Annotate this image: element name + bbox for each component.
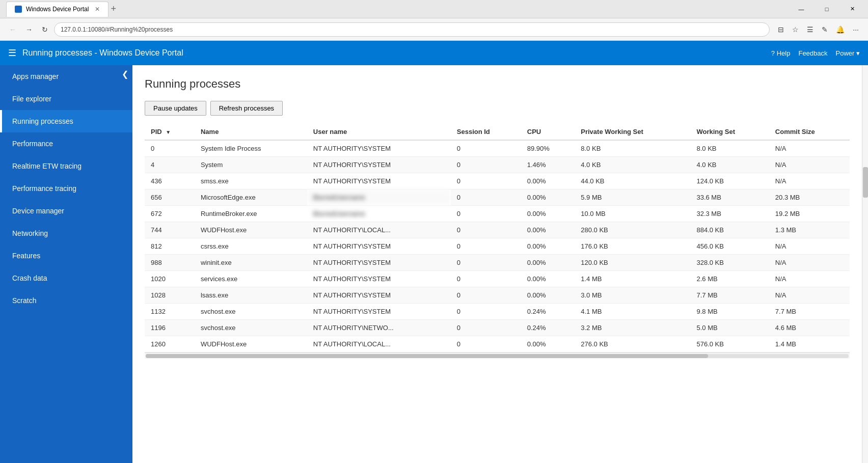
sidebar-item-crash-data[interactable]: Crash data — [0, 267, 132, 289]
sidebar-item-scratch[interactable]: Scratch — [0, 289, 132, 312]
cell-0: 1028 — [145, 287, 195, 304]
sidebar-item-device-manager[interactable]: Device manager — [0, 200, 132, 222]
table-row[interactable]: 1028lsass.exeNT AUTHORITY\SYSTEM00.00%3.… — [145, 287, 850, 304]
notes-button[interactable]: ✎ — [819, 23, 831, 36]
cell-3: 0 — [451, 222, 521, 238]
address-bar[interactable] — [54, 22, 770, 37]
cell-4: 0.24% — [521, 304, 575, 320]
col-header-pid[interactable]: PID ▼ — [145, 124, 195, 140]
cell-0: 744 — [145, 222, 195, 238]
cell-2: NT AUTHORITY\SYSTEM — [307, 173, 451, 189]
col-header-private-working-set: Private Working Set — [575, 124, 690, 140]
table-row[interactable]: 1132svchost.exeNT AUTHORITY\SYSTEM00.24%… — [145, 304, 850, 320]
sort-arrow: ▼ — [166, 129, 171, 135]
cell-4: 0.00% — [521, 222, 575, 238]
tab-title: Windows Device Portal — [26, 6, 89, 13]
browser-titlebar: Windows Device Portal ✕ + — □ ✕ — [0, 0, 868, 18]
cell-0: 988 — [145, 255, 195, 271]
cell-4: 89.90% — [521, 140, 575, 157]
table-container: PID ▼NameUser nameSession IdCPUPrivate W… — [145, 124, 850, 359]
back-button[interactable]: ← — [6, 23, 19, 36]
cell-5: 3.2 MB — [575, 320, 690, 336]
reader-view-button[interactable]: ⊟ — [775, 23, 787, 36]
sidebar-collapse-button[interactable]: ❮ — [122, 69, 128, 79]
cell-1: services.exe — [195, 271, 307, 287]
cell-0: 1260 — [145, 336, 195, 352]
cell-0: 4 — [145, 157, 195, 173]
sidebar-item-apps-manager[interactable]: Apps manager — [0, 65, 132, 88]
table-row[interactable]: 744WUDFHost.exeNT AUTHORITY\LOCAL...00.0… — [145, 222, 850, 238]
refresh-button[interactable]: ↻ — [39, 23, 51, 36]
cell-5: 8.0 KB — [575, 140, 690, 157]
table-row[interactable]: 672RuntimeBroker.exeBlurredUsername00.00… — [145, 206, 850, 222]
sidebar-item-running-processes[interactable]: Running processes — [0, 110, 132, 132]
more-button[interactable]: ··· — [850, 23, 862, 36]
cell-7: 19.2 MB — [769, 206, 850, 222]
cell-2: BlurredUsername — [307, 206, 451, 222]
cell-6: 8.0 KB — [690, 140, 769, 157]
cell-1: System Idle Process — [195, 140, 307, 157]
cell-2: NT AUTHORITY\NETWO... — [307, 320, 451, 336]
toolbar: Pause updates Refresh processes — [145, 101, 850, 116]
cell-6: 124.0 KB — [690, 173, 769, 189]
window-controls: — □ ✕ — [790, 2, 864, 17]
cell-4: 0.00% — [521, 173, 575, 189]
tab-close-button[interactable]: ✕ — [95, 6, 100, 13]
cell-6: 33.6 MB — [690, 189, 769, 206]
sidebar-item-realtime-etw[interactable]: Realtime ETW tracing — [0, 155, 132, 177]
sidebar-item-file-explorer[interactable]: File explorer — [0, 88, 132, 110]
cell-1: System — [195, 157, 307, 173]
cell-5: 4.0 KB — [575, 157, 690, 173]
browser-tab[interactable]: Windows Device Portal ✕ — [6, 2, 108, 17]
cell-3: 0 — [451, 206, 521, 222]
table-row[interactable]: 1020services.exeNT AUTHORITY\SYSTEM00.00… — [145, 271, 850, 287]
cell-1: svchost.exe — [195, 304, 307, 320]
scrollbar-thumb[interactable] — [146, 354, 708, 358]
refresh-processes-button[interactable]: Refresh processes — [210, 101, 283, 116]
cell-4: 0.00% — [521, 287, 575, 304]
notifications-button[interactable]: 🔔 — [833, 23, 848, 36]
cell-5: 280.0 KB — [575, 222, 690, 238]
horizontal-scrollbar[interactable] — [145, 352, 850, 359]
sidebar-item-features[interactable]: Features — [0, 244, 132, 267]
cell-2: NT AUTHORITY\SYSTEM — [307, 287, 451, 304]
cell-5: 276.0 KB — [575, 336, 690, 352]
cell-2: NT AUTHORITY\SYSTEM — [307, 304, 451, 320]
sidebar-item-networking[interactable]: Networking — [0, 222, 132, 244]
table-row[interactable]: 4SystemNT AUTHORITY\SYSTEM01.46%4.0 KB4.… — [145, 157, 850, 173]
sidebar-toggle-button[interactable]: ☰ — [8, 47, 16, 59]
table-row[interactable]: 988wininit.exeNT AUTHORITY\SYSTEM00.00%1… — [145, 255, 850, 271]
table-row[interactable]: 812csrss.exeNT AUTHORITY\SYSTEM00.00%176… — [145, 238, 850, 255]
cell-1: WUDFHost.exe — [195, 336, 307, 352]
cell-4: 0.00% — [521, 189, 575, 206]
vertical-scrollbar[interactable] — [862, 65, 868, 463]
favorites-button[interactable]: ☆ — [789, 23, 802, 36]
cell-3: 0 — [451, 140, 521, 157]
scrollbar-thumb-v[interactable] — [863, 167, 868, 198]
minimize-button[interactable]: — — [790, 2, 813, 17]
table-row[interactable]: 656MicrosoftEdge.exeBlurredUsername00.00… — [145, 189, 850, 206]
table-row[interactable]: 0System Idle ProcessNT AUTHORITY\SYSTEM0… — [145, 140, 850, 157]
app-header: ☰ Running processes - Windows Device Por… — [0, 41, 868, 65]
cell-7: N/A — [769, 157, 850, 173]
pause-updates-button[interactable]: Pause updates — [145, 101, 206, 116]
hub-button[interactable]: ☰ — [804, 23, 817, 36]
cell-3: 0 — [451, 336, 521, 352]
cell-2: BlurredUsername — [307, 189, 451, 206]
cell-0: 812 — [145, 238, 195, 255]
power-button[interactable]: Power ▾ — [836, 49, 860, 57]
table-row[interactable]: 436smss.exeNT AUTHORITY\SYSTEM00.00%44.0… — [145, 173, 850, 189]
maximize-button[interactable]: □ — [815, 2, 838, 17]
help-button[interactable]: ? Help — [771, 49, 791, 57]
sidebar-item-performance[interactable]: Performance — [0, 132, 132, 155]
forward-button[interactable]: → — [22, 23, 36, 36]
table-row[interactable]: 1260WUDFHost.exeNT AUTHORITY\LOCAL...00.… — [145, 336, 850, 352]
cell-1: wininit.exe — [195, 255, 307, 271]
close-button[interactable]: ✕ — [840, 2, 864, 17]
cell-6: 5.0 MB — [690, 320, 769, 336]
feedback-button[interactable]: Feedback — [798, 49, 827, 57]
new-tab-button[interactable]: + — [111, 4, 116, 14]
sidebar-item-performance-tracing[interactable]: Performance tracing — [0, 177, 132, 200]
table-row[interactable]: 1196svchost.exeNT AUTHORITY\NETWO...00.2… — [145, 320, 850, 336]
cell-4: 0.00% — [521, 336, 575, 352]
